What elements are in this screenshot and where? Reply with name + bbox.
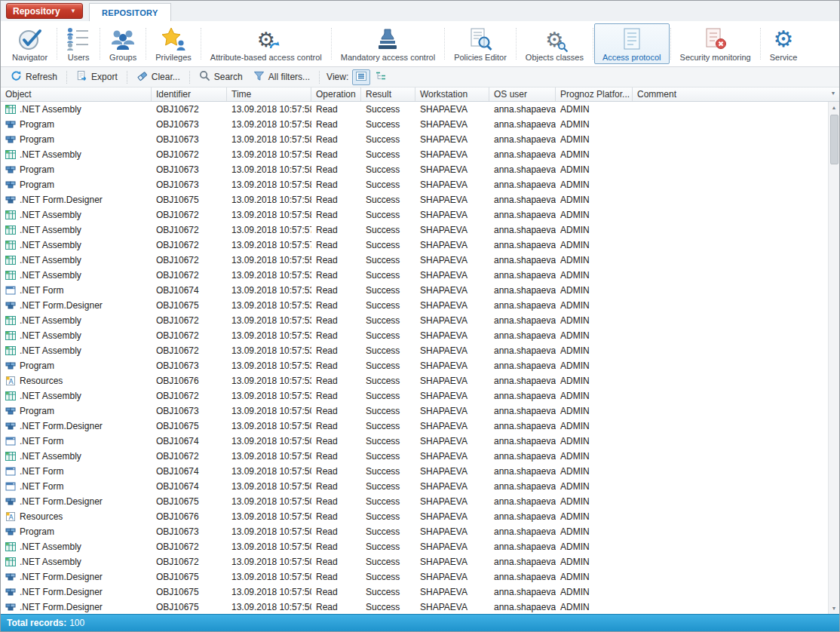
table-row[interactable]: .NET AssemblyOBJ1067213.09.2018 10:57:53… bbox=[1, 388, 828, 403]
table-row[interactable]: .NET Form.DesignerOBJ1067513.09.2018 10:… bbox=[1, 600, 828, 614]
export-button[interactable]: Export bbox=[71, 68, 123, 86]
ribbon-button-privileges[interactable]: Privileges bbox=[147, 23, 200, 64]
ribbon-button-policies-editor[interactable]: Policies Editor bbox=[446, 23, 515, 64]
table-row[interactable]: .NET Form.DesignerOBJ1067513.09.2018 10:… bbox=[1, 494, 828, 509]
table-row[interactable]: .NET Form.DesignerOBJ1067513.09.2018 10:… bbox=[1, 419, 828, 434]
table-row[interactable]: .NET FormOBJ1067413.09.2018 10:57:53Read… bbox=[1, 283, 828, 298]
table-row[interactable]: .NET Form.DesignerOBJ1067513.09.2018 10:… bbox=[1, 569, 828, 584]
table-row[interactable]: ProgramOBJ1067313.09.2018 10:57:50ReadSu… bbox=[1, 524, 828, 539]
vertical-scrollbar[interactable]: ▲ ▼ bbox=[828, 102, 839, 614]
ribbon-button-mandatory-access-control[interactable]: Mandatory access control bbox=[333, 23, 443, 64]
column-header-workstation[interactable]: Workstation bbox=[415, 87, 489, 101]
table-row[interactable]: .NET AssemblyOBJ1067213.09.2018 10:57:53… bbox=[1, 343, 828, 358]
table-row[interactable]: AResourcesOBJ1067613.09.2018 10:57:50Rea… bbox=[1, 509, 828, 524]
table-row[interactable]: .NET AssemblyOBJ1067213.09.2018 10:57:57… bbox=[1, 238, 828, 253]
platform-cell-text: ADMIN bbox=[560, 300, 590, 311]
table-row[interactable]: ProgramOBJ1067313.09.2018 10:57:58ReadSu… bbox=[1, 162, 828, 177]
net-form-icon bbox=[5, 436, 16, 446]
scroll-down-button[interactable]: ▼ bbox=[829, 603, 840, 614]
workstation-cell-text: SHAPAEVA bbox=[420, 602, 468, 612]
table-row[interactable]: .NET AssemblyOBJ1067213.09.2018 10:57:58… bbox=[1, 102, 828, 117]
osuser-cell-text: anna.shapaeva bbox=[494, 330, 556, 341]
view-list-button[interactable] bbox=[352, 69, 370, 85]
table-row[interactable]: ProgramOBJ1067313.09.2018 10:57:58ReadSu… bbox=[1, 177, 828, 192]
ribbon-label-policies-editor: Policies Editor bbox=[454, 53, 507, 62]
osuser-cell-text: anna.shapaeva bbox=[494, 587, 556, 597]
net-form-designer-icon bbox=[5, 572, 16, 582]
result-cell-text: Success bbox=[366, 195, 400, 205]
osuser-cell-text: anna.shapaeva bbox=[494, 496, 556, 507]
export-icon bbox=[76, 70, 87, 84]
column-header-operation[interactable]: Operation bbox=[311, 87, 361, 101]
tab-repository[interactable]: REPOSITORY bbox=[89, 3, 171, 21]
table-row[interactable]: AResourcesOBJ1067613.09.2018 10:57:53Rea… bbox=[1, 373, 828, 388]
table-row[interactable]: .NET FormOBJ1067413.09.2018 10:57:50Read… bbox=[1, 464, 828, 479]
identifier-cell-text: OBJ10676 bbox=[156, 376, 199, 386]
net-assembly-icon bbox=[5, 345, 16, 356]
refresh-icon bbox=[11, 70, 22, 84]
table-row[interactable]: .NET AssemblyOBJ1067213.09.2018 10:57:53… bbox=[1, 268, 828, 283]
repository-menu-button[interactable]: Repository ▼ bbox=[6, 3, 83, 19]
table-row[interactable]: .NET FormOBJ1067413.09.2018 10:57:50Read… bbox=[1, 479, 828, 494]
table-row[interactable]: .NET AssemblyOBJ1067213.09.2018 10:57:55… bbox=[1, 253, 828, 268]
table-row[interactable]: .NET AssemblyOBJ1067213.09.2018 10:57:50… bbox=[1, 539, 828, 554]
platform-cell-text: ADMIN bbox=[560, 587, 590, 597]
ribbon-button-users[interactable]: Users bbox=[58, 23, 99, 64]
table-row[interactable]: .NET AssemblyOBJ1067213.09.2018 10:57:57… bbox=[1, 222, 828, 238]
table-row[interactable]: ProgramOBJ1067313.09.2018 10:57:50ReadSu… bbox=[1, 403, 828, 419]
object-cell-text: .NET Assembly bbox=[20, 557, 81, 567]
table-row[interactable]: .NET Form.DesignerOBJ1067513.09.2018 10:… bbox=[1, 298, 828, 313]
ribbon-button-attribute-based-access-control[interactable]: ⚙ Attribute-based access control bbox=[202, 23, 330, 64]
operation-cell-text: Read bbox=[316, 270, 338, 281]
table-row[interactable]: .NET AssemblyOBJ1067213.09.2018 10:57:50… bbox=[1, 554, 828, 569]
ribbon-button-navigator[interactable]: Navigator bbox=[4, 23, 56, 64]
table-row[interactable]: .NET AssemblyOBJ1067213.09.2018 10:57:58… bbox=[1, 147, 828, 162]
view-tree-button[interactable] bbox=[372, 69, 390, 85]
object-cell-text: .NET Form.Designer bbox=[20, 195, 103, 205]
refresh-button[interactable]: Refresh bbox=[5, 68, 63, 86]
column-header-comment[interactable]: Comment bbox=[633, 87, 828, 101]
table-row[interactable]: ProgramOBJ1067313.09.2018 10:57:53ReadSu… bbox=[1, 358, 828, 373]
table-row[interactable]: .NET FormOBJ1067413.09.2018 10:57:50Read… bbox=[1, 434, 828, 449]
column-header-object[interactable]: Object bbox=[1, 87, 152, 101]
ribbon-button-service[interactable]: ⚙ Service bbox=[762, 23, 806, 64]
all-filters-button[interactable]: All filters... bbox=[248, 68, 315, 86]
ribbon-button-objects-classes[interactable]: ⚙ Objects classes bbox=[517, 23, 592, 64]
table-row[interactable]: ProgramOBJ1067313.09.2018 10:57:58ReadSu… bbox=[1, 132, 828, 147]
column-header-result[interactable]: Result bbox=[361, 87, 415, 101]
column-chooser-button[interactable]: ▼ bbox=[828, 91, 838, 96]
search-button[interactable]: Search bbox=[194, 68, 248, 86]
table-row[interactable]: ProgramOBJ1067313.09.2018 10:57:58ReadSu… bbox=[1, 117, 828, 132]
net-form-designer-icon bbox=[5, 195, 16, 205]
time-cell-text: 13.09.2018 10:57:53 bbox=[231, 315, 311, 326]
ribbon-button-security-monitoring[interactable]: Security monitoring bbox=[672, 23, 759, 64]
platform-cell-text: ADMIN bbox=[560, 149, 590, 160]
workstation-cell-text: SHAPAEVA bbox=[420, 345, 468, 356]
result-cell-text: Success bbox=[366, 225, 400, 235]
column-header-platform-user[interactable]: Prognoz Platfor... bbox=[556, 87, 633, 101]
workstation-cell-text: SHAPAEVA bbox=[420, 526, 468, 537]
column-header-time[interactable]: Time bbox=[227, 87, 311, 101]
column-header-identifier[interactable]: Identifier bbox=[152, 87, 227, 101]
identifier-cell-text: OBJ10672 bbox=[156, 210, 199, 220]
table-row[interactable]: .NET Form.DesignerOBJ1067513.09.2018 10:… bbox=[1, 584, 828, 600]
scrollbar-thumb[interactable] bbox=[830, 115, 838, 164]
operation-cell-text: Read bbox=[316, 391, 338, 401]
workstation-cell-text: SHAPAEVA bbox=[420, 587, 468, 597]
platform-cell-text: ADMIN bbox=[560, 602, 590, 612]
object-cell-text: .NET Assembly bbox=[20, 240, 81, 250]
table-row[interactable]: .NET Form.DesignerOBJ1067513.09.2018 10:… bbox=[1, 192, 828, 207]
table-row[interactable]: .NET AssemblyOBJ1067213.09.2018 10:57:50… bbox=[1, 449, 828, 464]
object-cell-text: .NET Form bbox=[20, 481, 63, 492]
column-header-os-user[interactable]: OS user bbox=[489, 87, 556, 101]
ribbon-button-access-protocol[interactable]: Access protocol bbox=[594, 23, 670, 64]
net-assembly-icon bbox=[5, 149, 16, 160]
ribbon-separator bbox=[146, 28, 146, 60]
scroll-up-button[interactable]: ▲ bbox=[829, 102, 840, 113]
clear-button[interactable]: Clear... bbox=[131, 68, 185, 86]
table-row[interactable]: .NET AssemblyOBJ1067213.09.2018 10:57:58… bbox=[1, 207, 828, 222]
toolbar: Refresh Export Clear... Search All filte… bbox=[1, 67, 839, 87]
table-row[interactable]: .NET AssemblyOBJ1067213.09.2018 10:57:53… bbox=[1, 313, 828, 328]
ribbon-button-groups[interactable]: Groups bbox=[101, 23, 145, 64]
table-row[interactable]: .NET AssemblyOBJ1067213.09.2018 10:57:53… bbox=[1, 328, 828, 343]
